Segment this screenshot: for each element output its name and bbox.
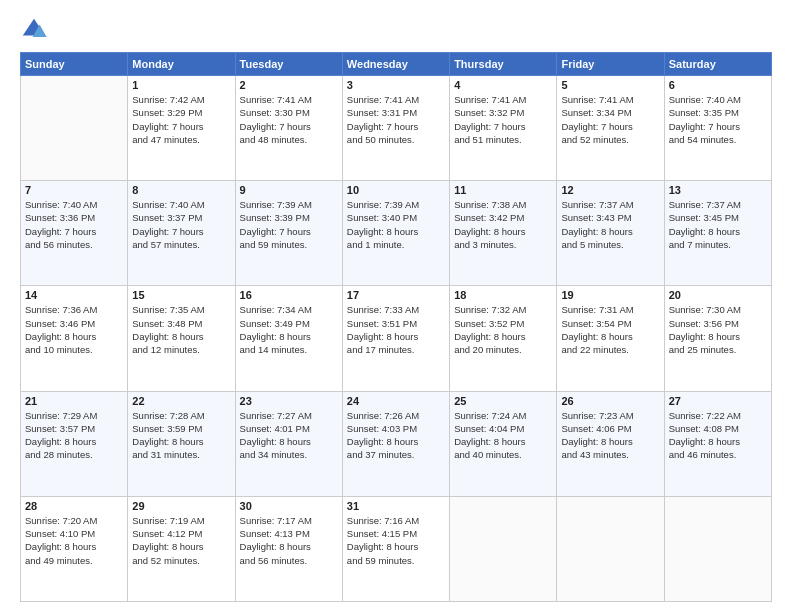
day-info: Sunrise: 7:40 AM Sunset: 3:37 PM Dayligh… (132, 198, 230, 251)
day-cell: 22Sunrise: 7:28 AM Sunset: 3:59 PM Dayli… (128, 391, 235, 496)
day-number: 1 (132, 79, 230, 91)
day-cell: 19Sunrise: 7:31 AM Sunset: 3:54 PM Dayli… (557, 286, 664, 391)
day-info: Sunrise: 7:41 AM Sunset: 3:31 PM Dayligh… (347, 93, 445, 146)
day-number: 13 (669, 184, 767, 196)
day-cell: 11Sunrise: 7:38 AM Sunset: 3:42 PM Dayli… (450, 181, 557, 286)
day-info: Sunrise: 7:37 AM Sunset: 3:45 PM Dayligh… (669, 198, 767, 251)
col-header-saturday: Saturday (664, 53, 771, 76)
day-number: 17 (347, 289, 445, 301)
day-cell: 12Sunrise: 7:37 AM Sunset: 3:43 PM Dayli… (557, 181, 664, 286)
day-info: Sunrise: 7:23 AM Sunset: 4:06 PM Dayligh… (561, 409, 659, 462)
day-info: Sunrise: 7:26 AM Sunset: 4:03 PM Dayligh… (347, 409, 445, 462)
day-number: 20 (669, 289, 767, 301)
day-info: Sunrise: 7:40 AM Sunset: 3:36 PM Dayligh… (25, 198, 123, 251)
day-number: 21 (25, 395, 123, 407)
day-info: Sunrise: 7:40 AM Sunset: 3:35 PM Dayligh… (669, 93, 767, 146)
day-number: 27 (669, 395, 767, 407)
day-cell: 27Sunrise: 7:22 AM Sunset: 4:08 PM Dayli… (664, 391, 771, 496)
day-number: 15 (132, 289, 230, 301)
day-number: 18 (454, 289, 552, 301)
day-cell: 7Sunrise: 7:40 AM Sunset: 3:36 PM Daylig… (21, 181, 128, 286)
day-cell: 17Sunrise: 7:33 AM Sunset: 3:51 PM Dayli… (342, 286, 449, 391)
day-cell: 28Sunrise: 7:20 AM Sunset: 4:10 PM Dayli… (21, 496, 128, 601)
day-info: Sunrise: 7:33 AM Sunset: 3:51 PM Dayligh… (347, 303, 445, 356)
day-cell: 24Sunrise: 7:26 AM Sunset: 4:03 PM Dayli… (342, 391, 449, 496)
day-info: Sunrise: 7:41 AM Sunset: 3:32 PM Dayligh… (454, 93, 552, 146)
day-cell: 6Sunrise: 7:40 AM Sunset: 3:35 PM Daylig… (664, 76, 771, 181)
day-info: Sunrise: 7:20 AM Sunset: 4:10 PM Dayligh… (25, 514, 123, 567)
logo-icon (20, 16, 48, 44)
week-row-1: 7Sunrise: 7:40 AM Sunset: 3:36 PM Daylig… (21, 181, 772, 286)
day-info: Sunrise: 7:28 AM Sunset: 3:59 PM Dayligh… (132, 409, 230, 462)
day-number: 31 (347, 500, 445, 512)
day-info: Sunrise: 7:37 AM Sunset: 3:43 PM Dayligh… (561, 198, 659, 251)
day-cell: 9Sunrise: 7:39 AM Sunset: 3:39 PM Daylig… (235, 181, 342, 286)
day-info: Sunrise: 7:19 AM Sunset: 4:12 PM Dayligh… (132, 514, 230, 567)
day-number: 16 (240, 289, 338, 301)
day-number: 19 (561, 289, 659, 301)
day-number: 10 (347, 184, 445, 196)
col-header-thursday: Thursday (450, 53, 557, 76)
day-info: Sunrise: 7:29 AM Sunset: 3:57 PM Dayligh… (25, 409, 123, 462)
week-row-0: 1Sunrise: 7:42 AM Sunset: 3:29 PM Daylig… (21, 76, 772, 181)
col-header-tuesday: Tuesday (235, 53, 342, 76)
day-cell: 15Sunrise: 7:35 AM Sunset: 3:48 PM Dayli… (128, 286, 235, 391)
day-number: 4 (454, 79, 552, 91)
day-info: Sunrise: 7:38 AM Sunset: 3:42 PM Dayligh… (454, 198, 552, 251)
day-cell: 30Sunrise: 7:17 AM Sunset: 4:13 PM Dayli… (235, 496, 342, 601)
day-info: Sunrise: 7:39 AM Sunset: 3:40 PM Dayligh… (347, 198, 445, 251)
col-header-monday: Monday (128, 53, 235, 76)
day-cell: 18Sunrise: 7:32 AM Sunset: 3:52 PM Dayli… (450, 286, 557, 391)
day-info: Sunrise: 7:32 AM Sunset: 3:52 PM Dayligh… (454, 303, 552, 356)
day-info: Sunrise: 7:16 AM Sunset: 4:15 PM Dayligh… (347, 514, 445, 567)
day-info: Sunrise: 7:22 AM Sunset: 4:08 PM Dayligh… (669, 409, 767, 462)
col-header-sunday: Sunday (21, 53, 128, 76)
day-info: Sunrise: 7:36 AM Sunset: 3:46 PM Dayligh… (25, 303, 123, 356)
col-header-wednesday: Wednesday (342, 53, 449, 76)
day-number: 9 (240, 184, 338, 196)
day-number: 24 (347, 395, 445, 407)
day-info: Sunrise: 7:42 AM Sunset: 3:29 PM Dayligh… (132, 93, 230, 146)
day-cell: 8Sunrise: 7:40 AM Sunset: 3:37 PM Daylig… (128, 181, 235, 286)
day-info: Sunrise: 7:24 AM Sunset: 4:04 PM Dayligh… (454, 409, 552, 462)
day-cell (664, 496, 771, 601)
calendar-header-row: SundayMondayTuesdayWednesdayThursdayFrid… (21, 53, 772, 76)
day-cell: 26Sunrise: 7:23 AM Sunset: 4:06 PM Dayli… (557, 391, 664, 496)
day-number: 7 (25, 184, 123, 196)
day-cell: 21Sunrise: 7:29 AM Sunset: 3:57 PM Dayli… (21, 391, 128, 496)
day-number: 12 (561, 184, 659, 196)
day-number: 22 (132, 395, 230, 407)
day-number: 2 (240, 79, 338, 91)
day-cell: 3Sunrise: 7:41 AM Sunset: 3:31 PM Daylig… (342, 76, 449, 181)
header (20, 16, 772, 44)
calendar-table: SundayMondayTuesdayWednesdayThursdayFrid… (20, 52, 772, 602)
day-cell: 1Sunrise: 7:42 AM Sunset: 3:29 PM Daylig… (128, 76, 235, 181)
day-number: 14 (25, 289, 123, 301)
day-number: 29 (132, 500, 230, 512)
day-info: Sunrise: 7:39 AM Sunset: 3:39 PM Dayligh… (240, 198, 338, 251)
day-number: 11 (454, 184, 552, 196)
col-header-friday: Friday (557, 53, 664, 76)
day-cell (557, 496, 664, 601)
day-number: 28 (25, 500, 123, 512)
day-cell: 13Sunrise: 7:37 AM Sunset: 3:45 PM Dayli… (664, 181, 771, 286)
day-cell: 5Sunrise: 7:41 AM Sunset: 3:34 PM Daylig… (557, 76, 664, 181)
day-info: Sunrise: 7:35 AM Sunset: 3:48 PM Dayligh… (132, 303, 230, 356)
day-cell: 25Sunrise: 7:24 AM Sunset: 4:04 PM Dayli… (450, 391, 557, 496)
day-info: Sunrise: 7:27 AM Sunset: 4:01 PM Dayligh… (240, 409, 338, 462)
logo (20, 16, 52, 44)
day-number: 5 (561, 79, 659, 91)
day-number: 25 (454, 395, 552, 407)
day-info: Sunrise: 7:30 AM Sunset: 3:56 PM Dayligh… (669, 303, 767, 356)
day-number: 30 (240, 500, 338, 512)
day-cell: 29Sunrise: 7:19 AM Sunset: 4:12 PM Dayli… (128, 496, 235, 601)
day-info: Sunrise: 7:17 AM Sunset: 4:13 PM Dayligh… (240, 514, 338, 567)
day-cell: 10Sunrise: 7:39 AM Sunset: 3:40 PM Dayli… (342, 181, 449, 286)
day-info: Sunrise: 7:31 AM Sunset: 3:54 PM Dayligh… (561, 303, 659, 356)
day-cell: 16Sunrise: 7:34 AM Sunset: 3:49 PM Dayli… (235, 286, 342, 391)
week-row-4: 28Sunrise: 7:20 AM Sunset: 4:10 PM Dayli… (21, 496, 772, 601)
day-number: 3 (347, 79, 445, 91)
day-number: 8 (132, 184, 230, 196)
day-info: Sunrise: 7:41 AM Sunset: 3:34 PM Dayligh… (561, 93, 659, 146)
day-number: 6 (669, 79, 767, 91)
